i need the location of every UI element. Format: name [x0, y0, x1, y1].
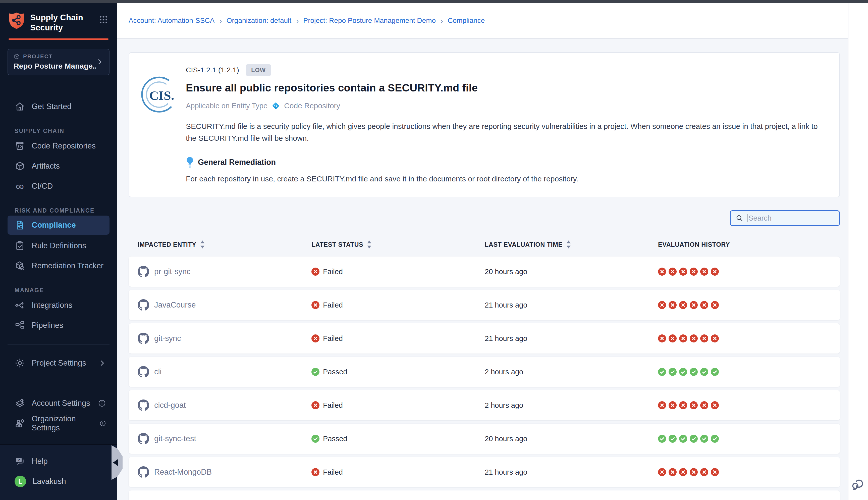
- sort-icon[interactable]: [566, 240, 571, 249]
- rule-description: SECURITY.md file is a security policy fi…: [186, 121, 825, 144]
- evaluation-history-cell: [658, 368, 840, 376]
- entity-type-value[interactable]: Code Repository: [284, 102, 340, 110]
- cube-icon: [14, 53, 20, 60]
- user-menu[interactable]: L Lavakush: [0, 471, 117, 491]
- entity-name[interactable]: git-sync: [154, 334, 181, 343]
- sidebar-item-account-settings[interactable]: Account Settings: [0, 393, 117, 413]
- search-input[interactable]: Search: [730, 210, 840, 226]
- integrations-arrows-icon: [14, 300, 25, 310]
- status-label: Passed: [323, 368, 347, 376]
- failed-icon: [700, 334, 708, 342]
- table-row[interactable]: cicd-goatFailed2 hours ago: [129, 390, 840, 420]
- status-label: Failed: [323, 401, 343, 410]
- help-chat-icon: ?: [14, 456, 25, 467]
- nav-section-manage: MANAGE: [14, 287, 117, 294]
- table-row[interactable]: git-sync-testPassed20 hours ago: [129, 424, 840, 454]
- evaluation-history-cell: [658, 268, 840, 276]
- search-icon: [736, 214, 743, 222]
- failed-icon: [700, 301, 708, 309]
- column-header[interactable]: IMPACTED ENTITY: [138, 240, 311, 249]
- support-chat-button[interactable]: [851, 477, 865, 491]
- breadcrumb-separator-icon: ›: [296, 16, 299, 25]
- rule-body: CIS-1.2.1 (1.2.1) LOW Ensure all public …: [186, 64, 825, 183]
- impacted-entity-cell: cicd-goat: [138, 399, 311, 411]
- sidebar-item-pipelines[interactable]: Pipelines: [0, 315, 117, 336]
- table-row[interactable]: Passed: [129, 490, 840, 500]
- sidebar-item-organization-settings[interactable]: Organization Settings: [0, 413, 117, 433]
- breadcrumb-link[interactable]: Project: Repo Posture Management Demo: [303, 16, 436, 25]
- evaluation-time: 21 hours ago: [485, 334, 527, 343]
- user-name: Lavakush: [33, 477, 66, 486]
- sort-icon[interactable]: [200, 240, 205, 249]
- failed-icon: [658, 268, 666, 276]
- sidebar-item-label: CI/CD: [32, 182, 53, 191]
- failed-icon: [311, 401, 320, 409]
- rule-id: CIS-1.2.1 (1.2.1): [186, 66, 239, 74]
- entity-name[interactable]: JavaCourse: [154, 300, 196, 309]
- evaluation-time-cell: 2 hours ago: [485, 368, 658, 376]
- table-row[interactable]: git-syncFailed21 hours ago: [129, 323, 840, 353]
- sidebar-item-help[interactable]: ? Help: [0, 451, 117, 471]
- gear-icon: [14, 358, 25, 368]
- github-icon: [138, 399, 149, 411]
- sidebar-item-integrations[interactable]: Integrations: [0, 295, 117, 315]
- artifacts-cube-icon: [14, 161, 25, 171]
- failed-icon: [658, 468, 666, 476]
- pipelines-flow-icon: [14, 320, 25, 331]
- app-title: Supply Chain Security: [30, 12, 99, 32]
- sort-icon[interactable]: [367, 240, 372, 249]
- evaluation-history-cell: [658, 334, 840, 342]
- sidebar-item-remediation-tracker[interactable]: Remediation Tracker: [0, 256, 117, 276]
- impacted-entity-cell: React-MongoDB: [138, 466, 311, 478]
- passed-icon: [690, 435, 698, 443]
- sidebar-item-get-started[interactable]: Get Started: [0, 96, 117, 116]
- evaluation-history-cell: [658, 401, 840, 409]
- project-selector-text: PROJECT Repo Posture Manage...: [14, 53, 96, 70]
- info-circle-icon[interactable]: [98, 399, 106, 407]
- entity-name[interactable]: pr-git-sync: [154, 267, 190, 276]
- compliance-table: IMPACTED ENTITYLATEST STATUSLAST EVALUAT…: [129, 236, 840, 500]
- sidebar-item-code-repositories[interactable]: Code Repositories: [0, 136, 117, 156]
- column-header-label: LAST EVALUATION TIME: [485, 241, 563, 248]
- sidebar-item-label: Project Settings: [32, 359, 86, 367]
- column-header[interactable]: LAST EVALUATION TIME: [485, 240, 658, 249]
- scrollbar-gutter[interactable]: [848, 3, 868, 500]
- evaluation-time-cell: 21 hours ago: [485, 334, 658, 343]
- breadcrumb-link[interactable]: Compliance: [448, 16, 485, 25]
- failed-icon: [700, 268, 708, 276]
- sidebar-item-project-settings[interactable]: Project Settings: [0, 353, 117, 373]
- project-selector[interactable]: PROJECT Repo Posture Manage...: [8, 49, 109, 75]
- info-circle-icon[interactable]: [100, 419, 106, 428]
- table-row[interactable]: pr-git-syncFailed20 hours ago: [129, 257, 840, 287]
- collapse-arrow-icon: [113, 459, 118, 466]
- column-header[interactable]: LATEST STATUS: [311, 240, 485, 249]
- sidebar-item-artifacts[interactable]: Artifacts: [0, 156, 117, 176]
- entity-name[interactable]: cli: [154, 367, 162, 376]
- breadcrumb-link[interactable]: Organization: default: [227, 16, 291, 25]
- evaluation-history-cell: [658, 301, 840, 309]
- nav-section-risk: RISK AND COMPLIANCE: [14, 207, 117, 214]
- table-header-row: IMPACTED ENTITYLATEST STATUSLAST EVALUAT…: [129, 236, 840, 252]
- breadcrumb-link[interactable]: Account: Automation-SSCA: [129, 16, 215, 25]
- table-row[interactable]: React-MongoDBFailed21 hours ago: [129, 457, 840, 487]
- failed-icon: [711, 334, 719, 342]
- sidebar-item-rule-definitions[interactable]: Rule Definitions: [0, 236, 117, 256]
- entity-name[interactable]: cicd-goat: [154, 401, 186, 410]
- table-row[interactable]: cliPassed2 hours ago: [129, 357, 840, 387]
- failed-icon: [658, 301, 666, 309]
- entity-name[interactable]: React-MongoDB: [154, 468, 212, 477]
- impacted-entity-cell: pr-git-sync: [138, 266, 311, 277]
- sidebar-item-cicd[interactable]: ∞ CI/CD: [0, 176, 117, 196]
- brand: Supply Chain Security: [0, 3, 117, 32]
- latest-status-cell: Failed: [311, 301, 485, 309]
- entity-name[interactable]: git-sync-test: [154, 434, 196, 443]
- passed-icon: [311, 435, 320, 443]
- table-row[interactable]: JavaCourseFailed21 hours ago: [129, 290, 840, 320]
- failed-icon: [690, 268, 698, 276]
- module-grid-icon[interactable]: [99, 14, 108, 25]
- text-cursor: [747, 214, 748, 223]
- impacted-entity-cell: JavaCourse: [138, 299, 311, 311]
- chat-bubbles-icon: [851, 477, 865, 491]
- layers-gear-icon: [14, 398, 25, 409]
- sidebar-item-compliance[interactable]: Compliance: [8, 216, 109, 235]
